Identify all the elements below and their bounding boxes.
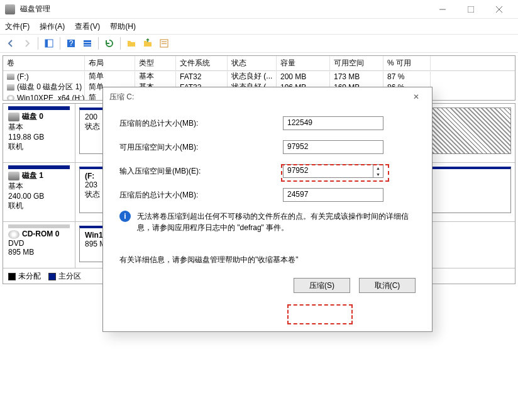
menu-help[interactable]: 帮助(H) — [110, 21, 136, 32]
disk-size: 895 MB — [8, 248, 70, 257]
menu-action[interactable]: 操作(A) — [40, 21, 65, 32]
properties-icon[interactable] — [157, 36, 171, 50]
volume-name: (磁盘 0 磁盘分区 1) — [17, 82, 82, 91]
disk-icon — [8, 172, 19, 180]
value-avail-shrink: 97952 — [283, 140, 383, 154]
partition-unalloc[interactable] — [429, 108, 511, 154]
view-list-icon[interactable] — [80, 36, 94, 50]
info-icon: i — [119, 211, 131, 222]
close-button[interactable] — [485, 0, 513, 18]
legend-primary: 主分区 — [58, 271, 81, 282]
svg-rect-6 — [84, 43, 91, 45]
col-pct[interactable]: % 可用 — [383, 56, 431, 70]
dialog-title: 压缩 C: — [109, 92, 134, 102]
disk-header-1: 磁盘 1 基本 240.00 GB 联机 — [3, 163, 75, 221]
label-shrink-amount: 输入压缩空间量(MB)(E): — [119, 166, 283, 177]
help-icon[interactable]: ? — [64, 36, 78, 50]
part-size: 203 — [85, 180, 100, 189]
window-title: 磁盘管理 — [20, 4, 50, 14]
forward-button[interactable] — [20, 36, 34, 50]
svg-rect-10 — [162, 43, 167, 44]
value-after-size: 24597 — [283, 188, 383, 202]
disk-header-cd: CD-ROM 0 DVD 895 MB — [3, 222, 75, 268]
part-label: (F: — [85, 172, 94, 180]
col-type[interactable]: 类型 — [135, 56, 176, 70]
disk-header-0: 磁盘 0 基本 119.88 GB 联机 — [3, 104, 75, 162]
legend-unalloc-swatch — [8, 273, 16, 280]
part-state: 状态 — [85, 189, 100, 200]
cancel-button[interactable]: 取消(C) — [359, 278, 416, 293]
drive-icon — [7, 74, 14, 80]
label-after-size: 压缩后的总计大小(MB): — [119, 190, 283, 201]
col-fs[interactable]: 文件系统 — [176, 56, 228, 70]
legend-unalloc: 未分配 — [18, 271, 41, 282]
menubar: 文件(F) 操作(A) 查看(V) 帮助(H) — [0, 19, 518, 34]
menu-file[interactable]: 文件(F) — [5, 21, 30, 32]
col-free[interactable]: 可用空间 — [330, 56, 383, 70]
col-volume[interactable]: 卷 — [3, 56, 85, 70]
disk-name: 磁盘 1 — [22, 171, 43, 180]
disk-status: 联机 — [8, 141, 70, 152]
highlight-shrink-btn — [287, 304, 353, 324]
svg-rect-2 — [45, 40, 48, 47]
col-status[interactable]: 状态 — [228, 56, 277, 70]
back-button[interactable] — [4, 36, 18, 50]
app-icon — [5, 4, 15, 14]
partition-box[interactable]: (F: 203 状态 — [79, 167, 106, 213]
folder-up-icon[interactable] — [141, 36, 155, 50]
disk-status: 联机 — [8, 201, 70, 211]
col-layout[interactable]: 布局 — [85, 56, 135, 70]
disk-kind: DVD — [8, 239, 70, 248]
refresh-icon[interactable] — [102, 36, 116, 50]
console-tree-icon[interactable] — [42, 36, 56, 50]
legend-primary-swatch — [48, 273, 56, 280]
partition-box[interactable]: 200 状态 — [79, 108, 106, 154]
info-text: 无法将卷压缩到超出任何不可移动的文件所在的点。有关完成该操作时间的详细信息，请参… — [137, 211, 416, 233]
svg-rect-9 — [162, 41, 167, 42]
disk-name: 磁盘 0 — [22, 112, 43, 121]
disk-name: CD-ROM 0 — [22, 229, 59, 238]
shrink-button[interactable]: 压缩(S) — [294, 278, 350, 293]
disk-kind: 基本 — [8, 181, 70, 192]
disk-size: 119.88 GB — [8, 133, 70, 141]
part-state: 状态 — [85, 121, 100, 132]
volume-name: Win10XPE_x64 (H:) — [17, 94, 84, 101]
svg-text:?: ? — [69, 39, 74, 48]
disk-kind: 基本 — [8, 122, 70, 133]
label-before-size: 压缩前的总计大小(MB): — [119, 118, 283, 129]
titlebar: 磁盘管理 — [0, 0, 518, 19]
svg-rect-0 — [468, 6, 474, 13]
svg-rect-7 — [84, 45, 91, 47]
shrink-dialog: 压缩 C: ✕ 压缩前的总计大小(MB): 122549 可用压缩空间大小(MB… — [102, 87, 433, 332]
maximize-button[interactable] — [456, 0, 485, 18]
folder-icon[interactable] — [124, 36, 138, 50]
cd-icon — [8, 230, 19, 239]
value-before-size: 122549 — [283, 116, 383, 130]
disk-icon — [8, 113, 19, 121]
menu-view[interactable]: 查看(V) — [75, 21, 100, 32]
svg-rect-5 — [84, 40, 91, 42]
label-avail-shrink: 可用压缩空间大小(MB): — [119, 142, 283, 153]
col-capacity[interactable]: 容量 — [277, 56, 330, 70]
minimize-button[interactable] — [428, 0, 456, 18]
help-link[interactable]: 有关详细信息，请参阅磁盘管理帮助中的"收缩基本卷" — [119, 255, 416, 265]
cd-icon — [7, 95, 14, 101]
disk-size: 240.00 GB — [8, 192, 70, 201]
dialog-titlebar: 压缩 C: ✕ — [103, 87, 432, 106]
part-size: 200 — [85, 113, 100, 121]
toolbar: ? — [0, 34, 518, 53]
dialog-close-button[interactable]: ✕ — [407, 92, 426, 101]
highlight-input — [281, 164, 389, 182]
drive-icon — [7, 84, 14, 91]
